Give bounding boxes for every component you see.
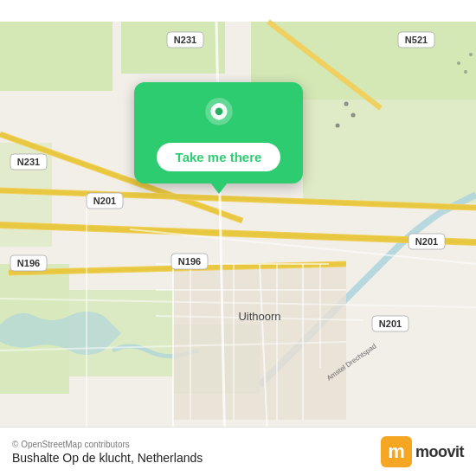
svg-point-56	[344, 102, 349, 106]
map-background: N521 N231 N201 N201 N231 N196 N196 N201 …	[0, 0, 476, 476]
svg-point-63	[215, 107, 222, 115]
svg-text:N231: N231	[174, 35, 196, 45]
svg-point-57	[457, 61, 460, 65]
svg-point-58	[469, 53, 473, 56]
svg-point-55	[351, 113, 356, 118]
svg-rect-4	[303, 100, 476, 203]
svg-text:Uithoorn: Uithoorn	[238, 310, 280, 323]
svg-rect-1	[0, 22, 113, 91]
take-me-there-button[interactable]: Take me there	[157, 143, 281, 171]
copyright-text: © OpenStreetMap contributors	[12, 440, 203, 449]
svg-text:N201: N201	[93, 196, 116, 206]
svg-point-54	[336, 124, 340, 128]
moovit-brand-text: moovit	[415, 443, 464, 461]
popup-card: Take me there	[134, 82, 303, 183]
location-name: Bushalte Op de klucht, Netherlands	[12, 451, 203, 465]
moovit-m-icon: m	[381, 436, 412, 467]
svg-text:N201: N201	[415, 236, 438, 247]
bottom-bar: © OpenStreetMap contributors Bushalte Op…	[0, 427, 476, 476]
map-container: N521 N231 N201 N201 N231 N196 N196 N201 …	[0, 0, 476, 476]
svg-text:N196: N196	[17, 258, 40, 268]
svg-point-59	[464, 70, 467, 74]
svg-text:N231: N231	[17, 157, 40, 167]
svg-text:N521: N521	[405, 35, 428, 45]
location-pin-icon	[201, 98, 237, 134]
svg-text:N196: N196	[178, 256, 201, 267]
bottom-left: © OpenStreetMap contributors Bushalte Op…	[12, 440, 203, 465]
svg-text:N201: N201	[379, 318, 402, 329]
moovit-logo: m moovit	[381, 436, 464, 467]
